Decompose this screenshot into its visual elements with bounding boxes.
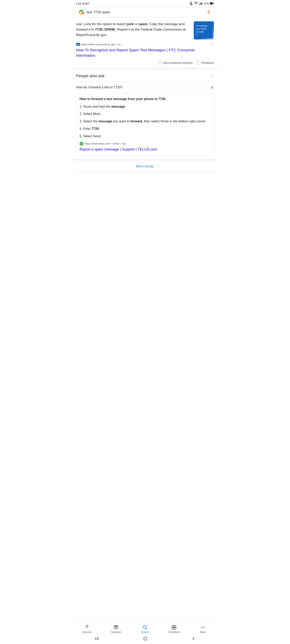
paa-step-4: 4. Enter 7726. [80, 126, 210, 132]
svg-rect-6 [202, 2, 203, 5]
about-snippets-button[interactable]: ? About featured snippets [158, 61, 193, 64]
status-icons: 70% [189, 2, 214, 5]
snippet-footer: ? About featured snippets ! Feedback [76, 61, 214, 64]
paa-step-2: 2. Select More. [80, 112, 210, 116]
paa-more-button[interactable]: ⋮ [210, 74, 214, 78]
battery-icon [210, 2, 214, 5]
paa-step-3: 3. Select the message you want to forwar… [80, 119, 210, 124]
google-logo [79, 10, 84, 15]
paa-source-link[interactable]: Report a spam message | Support | TELUS.… [80, 147, 210, 152]
svg-point-1 [196, 4, 196, 5]
paa-answer-heading: How to forward a text message from your … [80, 97, 210, 101]
people-also-ask-section: People also ask ⋮ How do I forward a tex… [73, 70, 217, 160]
snippet-more-button[interactable]: ⋮ [210, 42, 214, 47]
telus-icon: ✦ [80, 142, 84, 146]
battery-indicator: 70% [204, 2, 209, 5]
paa-header: People also ask ⋮ [76, 74, 214, 78]
svg-rect-2 [199, 4, 200, 5]
wifi-icon [194, 2, 198, 5]
paa-step-1: 1. Touch and hold the message. [80, 104, 210, 109]
search-query-text: text 7726 spam [87, 10, 204, 14]
snippet-content: use. Look for the option to report junk … [76, 21, 214, 40]
ftc-badge: FTC [76, 43, 80, 46]
svg-rect-4 [201, 3, 201, 5]
paa-title: People also ask [76, 74, 105, 78]
paa-answer-source: ✦ https://www.telus.com › article › rep.… [80, 142, 210, 146]
source-url: https://www.consumer.ftc.gov › ho... [81, 43, 209, 46]
snippet-text: use. Look for the option to report junk … [76, 21, 191, 38]
svg-rect-8 [210, 2, 213, 4]
snippet-title-link[interactable]: How To Recognize and Report Spam Text Me… [76, 48, 214, 58]
paa-answer-steps: 1. Touch and hold the message. 2. Select… [80, 104, 210, 139]
snippet-thumbnail: ext message your FedEx he really ? [194, 21, 214, 40]
snippet-source-line: FTC https://www.consumer.ftc.gov › ho...… [76, 42, 214, 47]
paa-source-url: https://www.telus.com › article › rep... [85, 142, 128, 145]
featured-snippet-section: use. Look for the option to report junk … [73, 19, 217, 70]
mute-icon [189, 2, 193, 5]
paa-chevron-up-icon: ∧ [211, 85, 214, 90]
status-time: 1:04 AT&T [76, 2, 90, 5]
search-bar[interactable]: text 7726 spam [75, 7, 215, 17]
paa-question-1[interactable]: How do I forward a text to 7726? ∧ [76, 82, 214, 93]
paa-question-text-1: How do I forward a text to 7726? [76, 86, 123, 89]
paa-answer-1: How to forward a text message from your … [76, 93, 214, 156]
svg-rect-5 [201, 2, 202, 5]
question-icon: ? [158, 61, 162, 64]
feedback-button[interactable]: ! Feedback [197, 61, 214, 64]
more-results-section: More results [73, 160, 217, 172]
paa-step-5: 5. Select Send. [80, 134, 210, 139]
svg-rect-3 [200, 4, 200, 5]
status-bar: 1:04 AT&T 70% [73, 0, 217, 6]
feedback-icon: ! [197, 61, 200, 64]
signal-icon [199, 2, 203, 5]
mic-icon[interactable] [206, 10, 211, 15]
search-bar-container: text 7726 spam [73, 6, 217, 19]
more-results-button[interactable]: More results [136, 164, 154, 168]
